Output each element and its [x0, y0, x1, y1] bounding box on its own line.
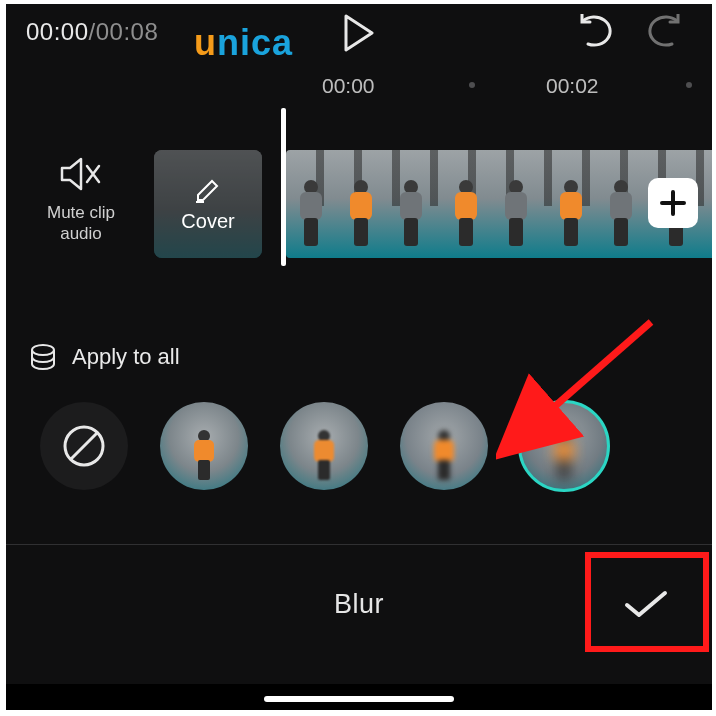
play-icon: [342, 14, 376, 52]
redo-icon: [638, 14, 682, 50]
divider: [6, 544, 712, 545]
cover-button[interactable]: Cover: [154, 150, 262, 258]
blur-options: [40, 402, 680, 490]
mute-clip-audio-button[interactable]: Mute clip audio: [36, 156, 126, 245]
confirm-button[interactable]: [616, 582, 676, 626]
svg-point-0: [32, 345, 54, 355]
plus-icon: [659, 189, 687, 217]
stack-icon: [28, 342, 58, 372]
system-nav-area: [6, 684, 712, 710]
ruler-dot: [469, 82, 475, 88]
watermark-logo: unica: [194, 22, 293, 64]
svg-line-2: [70, 432, 98, 460]
add-clip-button[interactable]: [648, 178, 698, 228]
home-indicator[interactable]: [264, 696, 454, 702]
ruler-tick: 00:02: [546, 74, 599, 98]
apply-to-all-button[interactable]: Apply to all: [28, 342, 180, 372]
svg-line-3: [546, 322, 651, 414]
app-frame: 00:00/00:08 unica 00:00 00:02: [6, 4, 712, 710]
undo-icon: [578, 14, 622, 50]
mute-label: Mute clip audio: [36, 202, 126, 245]
ruler-dot: [686, 82, 692, 88]
play-button[interactable]: [342, 14, 376, 52]
no-symbol-icon: [60, 422, 108, 470]
blur-option-2[interactable]: [400, 402, 488, 490]
playhead[interactable]: [281, 108, 286, 266]
timeline-track[interactable]: Mute clip audio Cover: [6, 138, 712, 308]
timeline-ruler[interactable]: 00:00 00:02: [6, 64, 712, 108]
bottom-bar: Blur: [6, 560, 712, 648]
blur-option-1[interactable]: [280, 402, 368, 490]
check-icon: [623, 587, 669, 621]
blur-option-none[interactable]: [40, 402, 128, 490]
timecode: 00:00/00:08: [26, 18, 158, 46]
apply-to-all-label: Apply to all: [72, 344, 180, 370]
duration: /00:08: [89, 18, 159, 45]
cover-label: Cover: [181, 210, 234, 233]
speaker-mute-icon: [59, 156, 103, 192]
redo-button[interactable]: [638, 14, 682, 50]
top-bar: 00:00/00:08: [6, 4, 712, 60]
current-time: 00:00: [26, 18, 89, 45]
pencil-icon: [194, 176, 222, 204]
ruler-tick: 00:00: [322, 74, 375, 98]
undo-button[interactable]: [578, 14, 622, 50]
blur-option-0[interactable]: [160, 402, 248, 490]
blur-option-3[interactable]: [520, 402, 608, 490]
panel-title: Blur: [334, 589, 384, 620]
